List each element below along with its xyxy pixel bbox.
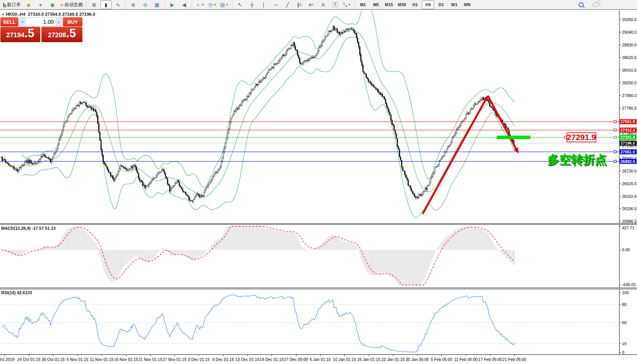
vertical-line-button[interactable]: │ [258, 0, 269, 9]
fibonacci-icon: ≡ [309, 2, 312, 7]
chart-type-group: ≣▮∿ [86, 0, 124, 10]
time-tick-label: 5 Feb 05:00 [431, 357, 452, 362]
rsi-value: 42.6133 [17, 290, 32, 295]
chart-shift-button[interactable]: ◀ [179, 0, 190, 9]
fibonacci-button[interactable]: ≡F [306, 0, 317, 9]
new-order-button-label: 新订单 [7, 2, 21, 8]
line-handle-marker[interactable] [614, 120, 616, 123]
rsi-pane[interactable]: 1008050150 [0, 289, 637, 354]
support-highlight-bar[interactable] [497, 136, 530, 139]
template-button[interactable]: ▤▼ [219, 0, 230, 9]
scroll-group: ▶◀ [165, 0, 190, 10]
turning-point-label[interactable]: 多空转折点 [547, 153, 607, 166]
chart-shift-icon: ◀ [182, 2, 186, 7]
line-handle-marker[interactable] [614, 136, 616, 138]
volume-stepper: ▼ 1.00 ▲ [19, 17, 62, 26]
line-chart-button[interactable]: ∿ [112, 0, 123, 9]
horizontal-line-button[interactable]: ─ [270, 0, 281, 9]
time-tick [344, 355, 345, 356]
new-order-icon [3, 2, 6, 7]
text-label-button[interactable]: T [329, 0, 341, 9]
timeframe-d1[interactable]: D1 [435, 0, 447, 9]
time-tick-label: 22 Jan 01:15 [381, 357, 405, 362]
price-line-badge-text: 27551.9 [621, 119, 635, 124]
autotrading-button[interactable]: ●自动交易 [59, 0, 84, 9]
volume-up-button[interactable]: ▲ [56, 18, 62, 26]
price-tick-label: 27990.0 [622, 93, 637, 98]
timeframe-h4[interactable]: H4 [422, 0, 434, 9]
line-handle-marker[interactable] [614, 160, 616, 163]
time-tick-label: 24 Oct 01:15 [17, 357, 40, 362]
buy-price-panel[interactable]: 27208.5 [41, 27, 82, 42]
chat-button[interactable] [590, 0, 601, 9]
auto-scroll-button[interactable]: ▶ [167, 0, 178, 9]
zoom-out-icon: ⊖ [143, 2, 147, 7]
time-tick [126, 355, 127, 356]
candlestick-chart-button[interactable]: ▮ [100, 0, 112, 9]
time-tick [320, 355, 321, 356]
sell-price-panel[interactable]: 27194.5 [0, 27, 40, 42]
price-tick-label: 29040.0 [622, 30, 637, 35]
zoom-out-button[interactable]: ⊖ [140, 0, 151, 9]
rsi-tick-label: 50 [622, 320, 627, 325]
arrows-button[interactable]: ⤡▼ [341, 0, 352, 9]
time-tick [102, 355, 102, 356]
sell-button[interactable]: SELL [0, 17, 18, 26]
trendline-icon: ╱ [286, 2, 289, 7]
main-chart-pane[interactable]: 29250.029040.028830.028620.028410.028200… [0, 10, 637, 223]
tile-windows-button[interactable]: ▦ [151, 0, 163, 9]
line-handle-marker[interactable] [614, 151, 616, 153]
timeframe-h1[interactable]: H1 [409, 0, 421, 9]
text-button[interactable]: A [318, 0, 329, 9]
template-icon: ▤ [220, 2, 225, 7]
text-icon: A [321, 2, 325, 7]
timeframe-m15[interactable]: M15 [383, 0, 395, 9]
volume-input[interactable]: 1.00 [26, 18, 56, 26]
price-tick-label: 29250.0 [622, 17, 637, 22]
collapse-arrow-icon[interactable]: ▲ [2, 12, 5, 16]
chevron-down-icon: ▼ [226, 3, 229, 7]
signals-button[interactable]: ◉ [47, 0, 58, 9]
community-button[interactable]: ● [35, 0, 46, 9]
time-tick [466, 355, 466, 356]
new-chart-icon: ＋ [196, 2, 201, 7]
timeframe-group: M1M5M15M30H1H4D1W1MN [354, 0, 474, 10]
gold-trading-button[interactable]: ◆ [23, 0, 34, 9]
candlestick-chart-icon: ▮ [105, 2, 107, 7]
trendline-button[interactable]: ╱ [282, 0, 293, 9]
zoom-in-button[interactable]: ⊕ [128, 0, 139, 9]
buy-button[interactable]: BUY [63, 17, 82, 26]
search-button[interactable] [576, 0, 587, 9]
time-tick-label: 5 Nov 01:15 [67, 357, 89, 362]
timeframe-m30[interactable]: M30 [396, 0, 408, 9]
bar-chart-button[interactable]: ≣ [89, 0, 100, 9]
time-tick [247, 355, 248, 356]
time-tick-label: 21 Feb 05:00 [502, 357, 526, 362]
time-tick [393, 355, 393, 356]
crosshair-button[interactable]: ┼ [246, 0, 257, 9]
price-tick-label: 26106.0 [622, 206, 637, 211]
timeframe-mn[interactable]: MN [461, 0, 473, 9]
new-chart-button[interactable]: ＋▼ [194, 0, 206, 9]
new-order-button[interactable]: 新订单 [2, 0, 22, 9]
period-button[interactable]: ◷▼ [207, 0, 218, 9]
time-tick [490, 355, 491, 356]
timeframe-m1[interactable]: M1 [357, 0, 369, 9]
community-icon: ● [39, 2, 42, 7]
timeframe-w1[interactable]: W1 [448, 0, 460, 9]
line-chart-icon: ∿ [116, 2, 120, 7]
horizontal-line-icon: ─ [274, 2, 277, 7]
price-line-badge-text: 27051.0 [621, 150, 635, 154]
channel-button[interactable]: ∥E [294, 0, 305, 9]
price-tick-label: 25896.0 [622, 219, 637, 223]
volume-down-button[interactable]: ▼ [20, 18, 26, 26]
macd-pane[interactable]: 427.710.00-636.02 [0, 225, 637, 288]
time-tick [174, 355, 175, 356]
cursor-button[interactable]: ↖ [234, 0, 245, 9]
subscript-label: F [312, 3, 314, 7]
timeframe-m5[interactable]: M5 [370, 0, 382, 9]
line-handle-marker[interactable] [614, 129, 616, 131]
chevron-down-icon: ▼ [348, 3, 351, 7]
rsi-name: RSI(14) [1, 290, 16, 295]
time-axis[interactable]: 8 Oct 201924 Oct 01:1530 Oct 01:155 Nov … [0, 354, 637, 364]
